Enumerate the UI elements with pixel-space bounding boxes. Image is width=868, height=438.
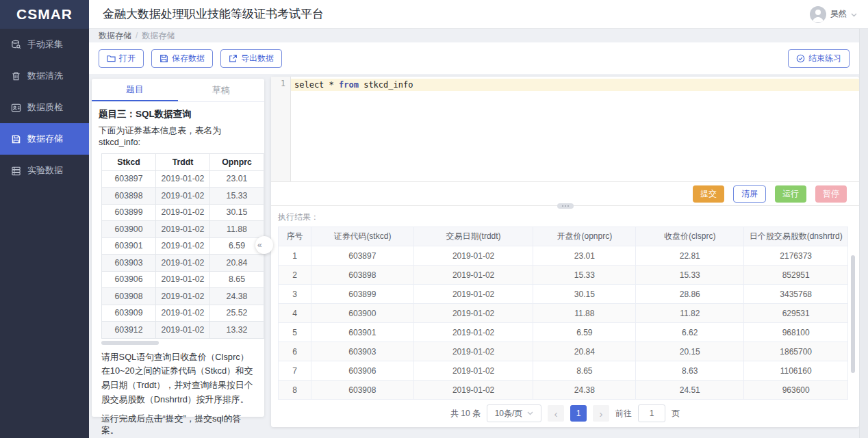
table-cell: 2019-01-02 [413, 246, 533, 266]
finish-practice-button[interactable]: 结束练习 [788, 49, 850, 68]
table-cell: 1106160 [744, 361, 848, 381]
table-cell: 603899 [102, 204, 156, 221]
breadcrumb: 数据存储 / 数据存储 [89, 29, 859, 42]
prev-page-button[interactable]: ‹ [548, 405, 564, 422]
page-size-select[interactable]: 10条/页 [487, 404, 541, 422]
database-search-icon [10, 39, 21, 50]
sidebar-item-label: 数据质检 [27, 101, 63, 114]
sidebar-item-data-quality[interactable]: 数据质检 [0, 92, 89, 123]
sidebar-item-manual-collect[interactable]: 手动采集 [0, 29, 89, 60]
next-page-button[interactable]: › [593, 405, 609, 422]
clear-screen-button[interactable]: 清屏 [733, 185, 766, 203]
id-card-icon [10, 102, 21, 113]
check-circle-icon [796, 54, 805, 63]
breadcrumb-level2: 数据存储 [142, 30, 175, 42]
save-icon [159, 54, 168, 63]
editor-action-bar: 提交 清屏 运行 暂停 [271, 182, 859, 205]
panel-collapse-handle[interactable]: « [255, 236, 273, 254]
run-button[interactable]: 运行 [775, 185, 806, 203]
breadcrumb-level1[interactable]: 数据存储 [99, 30, 131, 42]
table-cell: 23.01 [210, 170, 264, 188]
table-row: 66039032019-01-0220.8420.151865700 [279, 342, 848, 361]
table-row: 6039012019-01-026.59 [102, 237, 264, 255]
table-row: 6038972019-01-0223.01 [102, 170, 264, 188]
table-cell: 2019-01-02 [156, 255, 210, 272]
table-cell: 4 [279, 304, 311, 323]
results-table-body: 16038972019-01-0223.0122.812176373260389… [279, 246, 848, 400]
table-cell: 603903 [311, 342, 414, 361]
user-avatar [810, 6, 826, 23]
table-cell: 2019-01-02 [413, 266, 533, 285]
table-cell: 2019-01-02 [156, 170, 210, 188]
user-menu[interactable]: 昊然 [810, 6, 857, 23]
folder-open-icon [107, 54, 116, 63]
table-cell: 24.51 [636, 381, 744, 400]
table-row: 6039062019-01-028.65 [102, 271, 264, 288]
table-cell: 852951 [744, 266, 848, 285]
column-header: 交易日期(trddt) [413, 227, 533, 246]
page-title: 金融大数据处理职业技能等级证书考试平台 [103, 6, 324, 22]
page-size-value: 10条/页 [495, 408, 523, 420]
table-cell: 2019-01-02 [156, 271, 210, 288]
chevron-down-icon [527, 411, 533, 415]
table-cell: 2019-01-02 [413, 285, 533, 304]
table-row: 36038992019-01-0230.1528.863435768 [279, 285, 848, 304]
table-cell: 603906 [311, 361, 414, 381]
sidebar: CSMAR 手动采集 数据清洗 数据质检 数据存储 [0, 0, 89, 438]
double-chevron-left-icon: « [257, 240, 262, 250]
tab-question[interactable]: 题目 [92, 79, 178, 101]
table-cell: 603900 [311, 304, 414, 323]
table-cell: 6.59 [533, 323, 636, 342]
editor-code-area[interactable]: select * from stkcd_info [291, 77, 859, 181]
table-cell: 24.38 [533, 381, 636, 400]
page-scrollbar-track[interactable] [859, 29, 868, 438]
table-cell: 2019-01-02 [156, 288, 210, 305]
table-cell: 20.84 [210, 255, 264, 272]
table-cell: 23.01 [533, 246, 636, 266]
sidebar-item-experiment-data[interactable]: 实验数据 [0, 155, 89, 186]
table-row: 6039122019-01-0213.32 [102, 322, 264, 339]
table-cell: 28.86 [636, 285, 744, 304]
results-table: 序号 证券代码(stkcd) 交易日期(trddt) 开盘价(opnprc) 收… [278, 227, 848, 400]
question-note-text: 运行完成后点击“提交”，提交sql的答案。 [92, 407, 264, 437]
editor-active-line: select * from stkcd_info [291, 79, 859, 91]
server-stack-icon [10, 165, 21, 176]
vertical-scrollbar-thumb[interactable] [851, 255, 855, 373]
sidebar-item-data-clean[interactable]: 数据清洗 [0, 60, 89, 92]
table-row: 56039012019-01-026.596.62968100 [279, 323, 848, 342]
question-table: Stkcd Trddt Opnprc 6038972019-01-0223.01… [101, 153, 264, 339]
save-data-button[interactable]: 保存数据 [151, 49, 213, 68]
question-title: 题目三：SQL数据查询 [92, 102, 264, 122]
column-header: 日个股交易股数(dnshrtrd) [744, 227, 848, 246]
table-cell: 963600 [744, 381, 848, 400]
sql-keyword: from [339, 80, 359, 90]
tab-draft[interactable]: 草稿 [178, 79, 264, 101]
splitter-drag-handle[interactable] [557, 203, 574, 209]
app-window: CSMAR 手动采集 数据清洗 数据质检 数据存储 [0, 0, 868, 438]
submit-button[interactable]: 提交 [693, 185, 724, 203]
goto-page-input[interactable] [638, 404, 665, 422]
export-data-button[interactable]: 导出数据 [220, 49, 282, 68]
table-cell: 11.88 [210, 221, 264, 238]
table-cell: 7 [279, 361, 311, 381]
question-intro: 下面为证券基本信息表，表名为stkcd_info: [92, 122, 264, 153]
open-button[interactable]: 打开 [99, 49, 144, 68]
table-row: 86039082019-01-0224.3824.51963600 [279, 381, 848, 400]
table-cell: 11.88 [533, 304, 636, 323]
sql-text: select * [294, 80, 339, 90]
question-tabs: 题目 草稿 [92, 79, 264, 102]
sidebar-item-data-storage[interactable]: 数据存储 [0, 123, 89, 155]
sql-editor[interactable]: 1 select * from stkcd_info [271, 77, 859, 182]
pause-button[interactable]: 暂停 [815, 185, 847, 203]
table-cell: 603899 [311, 285, 414, 304]
table-row: 6039032019-01-0220.84 [102, 255, 264, 272]
table-cell: 603909 [102, 305, 156, 322]
table-row: 6038992019-01-0230.15 [102, 204, 264, 221]
table-row: 6038982019-01-0215.33 [102, 188, 264, 205]
page-number-button[interactable]: 1 [570, 405, 587, 422]
column-header: Opnprc [210, 154, 264, 171]
table-cell: 8.65 [533, 361, 636, 381]
results-table-header: 序号 证券代码(stkcd) 交易日期(trddt) 开盘价(opnprc) 收… [279, 227, 848, 246]
table-cell: 2019-01-02 [413, 323, 533, 342]
goto-label: 前往 [615, 408, 632, 420]
